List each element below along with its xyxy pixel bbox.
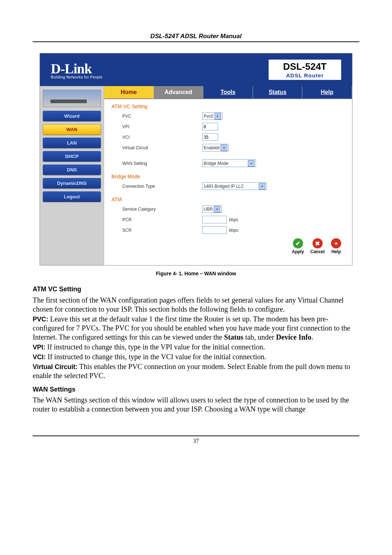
- scr-label: SCR: [122, 228, 202, 233]
- virtual-circuit-select[interactable]: Enabled ▾: [202, 144, 229, 151]
- cancel-button[interactable]: ✖ Cancel: [310, 238, 324, 254]
- section-atm-title: ATM: [111, 197, 345, 202]
- wan-setting-value: Bridge Mode: [204, 161, 228, 166]
- pvc-value: Pvc0: [204, 114, 213, 119]
- model-badge: DSL-524T ADSL Router: [269, 60, 341, 80]
- chevron-down-icon: ▾: [259, 183, 265, 190]
- sidebar-item-wizard[interactable]: Wizard: [43, 111, 101, 121]
- virtual-circuit-value: Enabled: [204, 145, 220, 150]
- tab-advanced[interactable]: Advanced: [154, 86, 204, 98]
- text: If instructed to change this, type in th…: [46, 353, 266, 361]
- wan-setting-select[interactable]: Bridge Mode ▾: [202, 159, 256, 167]
- dlink-logo: D-Link: [51, 61, 102, 77]
- vci-term: VCI:: [33, 353, 46, 361]
- apply-label: Apply: [292, 249, 304, 254]
- chevron-down-icon: ▾: [248, 160, 254, 167]
- text: tab, under: [244, 333, 276, 341]
- device-image: [43, 90, 101, 107]
- check-icon: ✔: [293, 238, 303, 248]
- brand-tagline: Building Networks for People: [51, 75, 102, 79]
- heading-atm-vc: ATM VC Setting: [33, 285, 359, 293]
- sidebar-item-dhcp[interactable]: DHCP: [43, 151, 101, 162]
- service-category-label: Service Category: [122, 207, 202, 212]
- sidebar: Wizard WAN LAN DHCP DNS DynamicDNS Logou…: [40, 86, 104, 265]
- paragraph: The WAN Settings section of this window …: [33, 396, 359, 414]
- figure-caption: Figure 4- 1. Home – WAN window: [33, 271, 359, 276]
- section-bridge-title: Bridge Mode: [111, 174, 345, 179]
- sidebar-item-logout[interactable]: Logout: [43, 191, 101, 202]
- pcr-input[interactable]: [202, 216, 227, 223]
- service-category-select[interactable]: UBR ▾: [202, 205, 222, 213]
- cancel-label: Cancel: [310, 249, 324, 254]
- paragraph: VCI: If instructed to change this, type …: [33, 352, 359, 361]
- chevron-down-icon: ▾: [215, 113, 221, 119]
- close-icon: ✖: [313, 238, 323, 248]
- sidebar-item-wan[interactable]: WAN: [43, 124, 101, 135]
- pvc-select[interactable]: Pvc0 ▾: [202, 112, 222, 120]
- text: If instructed to change this, type in th…: [45, 343, 265, 351]
- virtual-circuit-term: Virtual Circuit:: [33, 363, 78, 370]
- document-body: ATM VC Setting The first section of the …: [33, 285, 359, 414]
- pvc-label: PVC: [122, 114, 202, 119]
- section-atm-vc-title: ATM VC Setting: [111, 104, 345, 109]
- apply-button[interactable]: ✔ Apply: [292, 238, 304, 254]
- paragraph: VPI: If instructed to change this, type …: [33, 343, 359, 352]
- brand-bar: D-Link Building Networks for People DSL-…: [40, 53, 352, 86]
- document-header: DSL-524T ADSL Router Manual: [33, 33, 359, 42]
- connection-type-value: 1483 Bridged IP LLC: [204, 184, 244, 189]
- wan-setting-label: WAN Setting: [122, 161, 202, 166]
- vci-input[interactable]: [202, 133, 218, 141]
- service-category-value: UBR: [204, 207, 213, 212]
- plus-icon: ＋: [331, 238, 341, 248]
- text: .: [311, 333, 313, 341]
- chevron-down-icon: ▾: [221, 145, 227, 151]
- device-info-term: Device Info: [276, 333, 311, 341]
- paragraph: The first section of the WAN configurati…: [33, 296, 359, 314]
- vpi-term: VPI:: [33, 344, 45, 351]
- tab-status[interactable]: Status: [253, 86, 303, 98]
- paragraph: PVC: Leave this set at the default value…: [33, 315, 359, 342]
- pcr-label: PCR: [122, 217, 202, 222]
- action-bar: ✔ Apply ✖ Cancel ＋ Help: [104, 237, 352, 258]
- router-admin-screenshot: D-Link Building Networks for People DSL-…: [40, 53, 352, 266]
- page-footer: 37: [33, 436, 359, 444]
- help-label: Help: [331, 249, 341, 254]
- connection-type-select[interactable]: 1483 Bridged IP LLC ▾: [202, 182, 267, 190]
- scr-unit: kbps: [229, 228, 238, 233]
- vpi-label: VPI: [122, 124, 202, 129]
- model-sub: ADSL Router: [283, 72, 327, 78]
- model-name: DSL-524T: [283, 61, 327, 72]
- text: This enables the PVC connection on your …: [33, 362, 350, 380]
- pcr-unit: kbps: [229, 217, 238, 222]
- vpi-input[interactable]: [202, 123, 218, 130]
- heading-wan-settings: WAN Settings: [33, 385, 359, 394]
- help-button[interactable]: ＋ Help: [331, 238, 341, 254]
- content-panel: Home Advanced Tools Status Help ATM VC S…: [104, 86, 352, 265]
- tab-bar: Home Advanced Tools Status Help: [104, 86, 352, 99]
- connection-type-label: Connection Type: [122, 184, 202, 189]
- paragraph: Virtual Circuit: This enables the PVC co…: [33, 362, 359, 380]
- tab-home[interactable]: Home: [104, 86, 154, 98]
- sidebar-item-dns[interactable]: DNS: [43, 165, 101, 175]
- status-term: Status: [224, 333, 243, 341]
- virtual-circuit-label: Virtual Circuit: [122, 145, 202, 150]
- chevron-down-icon: ▾: [214, 206, 220, 212]
- sidebar-item-dynamicdns[interactable]: DynamicDNS: [43, 178, 101, 189]
- tab-help[interactable]: Help: [302, 86, 352, 98]
- scr-input[interactable]: [202, 226, 227, 234]
- sidebar-item-lan[interactable]: LAN: [43, 138, 101, 148]
- pvc-term: PVC:: [33, 316, 48, 323]
- tab-tools[interactable]: Tools: [203, 86, 253, 98]
- page-number: 37: [193, 438, 199, 444]
- vci-label: VCI: [122, 135, 202, 140]
